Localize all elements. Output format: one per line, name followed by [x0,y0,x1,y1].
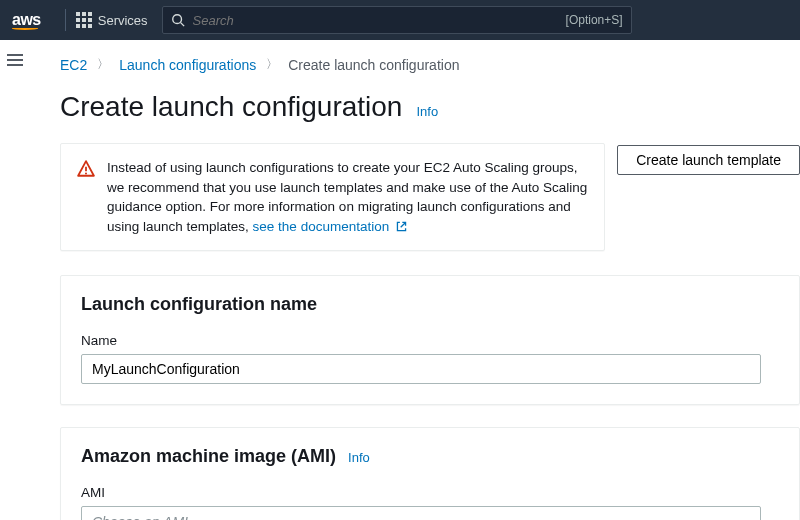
services-label: Services [98,13,148,28]
top-navigation: aws Services [Option+S] [0,0,800,40]
ami-label: AMI [81,485,779,500]
hamburger-icon [7,59,23,61]
breadcrumb-current: Create launch configuration [288,57,459,73]
ami-select[interactable]: Choose an AMI [81,506,761,520]
recommendation-alert: Instead of using launch configurations t… [60,143,605,251]
services-menu-button[interactable]: Services [76,12,148,28]
aws-logo[interactable]: aws [12,11,41,30]
ami-panel: Amazon machine image (AMI) Info AMI Choo… [60,427,800,520]
warning-text: Instead of using launch configurations t… [107,158,588,236]
svg-point-0 [172,15,181,24]
panel-heading-name: Launch configuration name [81,294,317,315]
page-header: Create launch configuration Info [60,91,800,123]
external-link-icon [395,220,408,233]
launch-config-name-input[interactable] [81,354,761,384]
launch-config-name-panel: Launch configuration name Name [60,275,800,405]
warning-row: Instead of using launch configurations t… [60,143,800,251]
breadcrumb-launch-configurations[interactable]: Launch configurations [119,57,256,73]
side-panel-toggle[interactable] [0,40,30,80]
grid-icon [76,12,92,28]
search-icon [171,13,185,27]
breadcrumb-ec2[interactable]: EC2 [60,57,87,73]
nav-divider [65,9,66,31]
svg-line-1 [180,23,184,27]
breadcrumb: EC2 〉 Launch configurations 〉 Create lau… [60,56,800,73]
global-search[interactable]: [Option+S] [162,6,632,34]
aws-logo-text: aws [12,11,41,28]
main-content: EC2 〉 Launch configurations 〉 Create lau… [0,40,800,520]
ami-select-display: Choose an AMI [81,506,761,520]
search-input[interactable] [185,13,566,28]
svg-point-3 [85,172,87,174]
documentation-link[interactable]: see the documentation [253,219,408,234]
ami-info-link[interactable]: Info [348,450,370,465]
documentation-link-text: see the documentation [253,219,390,234]
chevron-right-icon: 〉 [266,56,278,73]
search-shortcut-hint: [Option+S] [566,13,623,27]
chevron-right-icon: 〉 [97,56,109,73]
name-label: Name [81,333,779,348]
page-title: Create launch configuration [60,91,402,123]
warning-icon [77,160,95,178]
panel-heading-ami: Amazon machine image (AMI) [81,446,336,467]
svg-line-4 [401,222,406,227]
create-launch-template-button[interactable]: Create launch template [617,145,800,175]
page-info-link[interactable]: Info [416,104,438,119]
